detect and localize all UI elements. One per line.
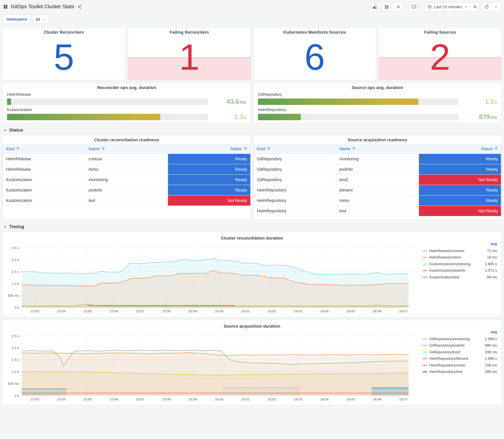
stat-value: 2 (379, 34, 501, 80)
column-header-name[interactable]: Name (85, 144, 168, 154)
legend-series-name[interactable]: HelmRepository/minio (429, 363, 465, 367)
cell-status: Ready (419, 154, 501, 164)
cell-kind: Kustomization (3, 185, 85, 195)
panel-title[interactable]: Cluster reconciliation duration (6, 233, 498, 241)
panel-title[interactable]: Source acquisition duration (6, 321, 498, 329)
table-row: HelmRepositoryminioReady (254, 195, 501, 206)
x-tick-label: 15:57 (136, 397, 144, 401)
status-badge: Not Ready (168, 195, 250, 206)
filter-funnel-icon[interactable] (16, 147, 20, 150)
x-tick-label: 16:02 (268, 397, 276, 401)
x-tick-label: 15:53 (31, 309, 39, 313)
variable-label-namespace: namespace (3, 15, 31, 24)
panel-failing-reconcilers: Failing Reconcilers 1 (128, 27, 251, 80)
zoom-out-button[interactable] (470, 2, 480, 11)
apps-grid-icon[interactable] (3, 4, 8, 9)
legend-row: HelmRepository/test289 ms (423, 368, 497, 375)
section-header-timing[interactable]: Timing (3, 224, 501, 229)
readiness-table: KindNameStatusHelmReleasecontourReadyHel… (3, 144, 250, 206)
add-panel-button[interactable] (370, 2, 380, 11)
time-range-picker[interactable]: Last 15 minutes (425, 2, 470, 11)
cycle-view-monitor-icon (412, 4, 417, 9)
y-tick-label: 1.5 s (12, 358, 19, 361)
legend-series-name[interactable]: Kustomization/test (429, 275, 459, 279)
gauge-value: 43.6ms (212, 98, 246, 105)
panel-title[interactable]: Cluster reconciliation readiness (3, 135, 250, 142)
y-tick-label: 1.5 s (12, 270, 19, 273)
legend-series-avg: 108 ms (485, 363, 497, 367)
filter-funnel-icon[interactable] (244, 147, 247, 150)
legend-series-name[interactable]: GitRepository/test2 (429, 350, 461, 354)
legend-row: Kustomization/test84 ms (423, 274, 497, 280)
filter-funnel-icon[interactable] (352, 147, 356, 150)
table-row: HelmRepositorybitnamiReady (254, 185, 501, 195)
y-tick-label: 500 ms (8, 382, 19, 385)
x-tick-label: 15:59 (188, 309, 197, 313)
legend-series-name[interactable]: HelmRelease/minio (429, 255, 461, 260)
panel-title[interactable]: Source acquisition readiness (254, 135, 501, 142)
settings-gear-icon (396, 4, 400, 9)
y-axis: 0 s500 ms1.0 s1.5 s2.0 s2.5 s (6, 242, 22, 307)
legend-row: HelmRepository/bitnami1.695 s (423, 355, 497, 362)
column-header-kind[interactable]: Kind (3, 144, 85, 154)
refresh-button[interactable] (482, 2, 492, 11)
legend-series-name[interactable]: HelmRepository/bitnami (429, 356, 468, 361)
legend-row: GitRepository/test2338 ms (423, 349, 497, 355)
gauge-value: 879ms (463, 113, 497, 121)
section-label: Status (9, 127, 23, 133)
status-badge: Ready (419, 154, 501, 164)
status-badge: Ready (168, 164, 250, 174)
settings-gear-button[interactable] (393, 2, 403, 11)
save-dashboard-button[interactable] (381, 2, 391, 11)
x-tick-label: 15:59 (188, 397, 197, 401)
filter-funnel-icon[interactable] (494, 147, 498, 150)
column-header-kind[interactable]: Kind (254, 144, 336, 154)
cell-status: Ready (168, 185, 250, 195)
panel-title[interactable]: Source ops avg. duration (258, 83, 497, 90)
legend-series-name[interactable]: GitRepository/podinfo (429, 343, 465, 348)
bar-gauge-track (258, 98, 458, 105)
legend-series-avg: 1.594 s (485, 337, 497, 341)
cycle-view-button[interactable] (409, 2, 419, 11)
legend-series-color-icon (423, 270, 427, 271)
zoom-out-icon (473, 4, 477, 9)
column-header-status[interactable]: Status (419, 144, 501, 154)
plus-icon (375, 5, 377, 6)
legend-series-name[interactable]: Kustomization/monitoring (429, 262, 470, 266)
variable-value-dropdown[interactable]: All (32, 15, 49, 24)
status-badge: Ready (168, 154, 250, 164)
share-icon[interactable] (77, 4, 82, 9)
column-header-status[interactable]: Status (168, 144, 250, 154)
panel-source-ops-duration: Source ops avg. duration GitRepository 1… (253, 83, 502, 123)
legend-series-name[interactable]: Kustomization/podinfo (429, 268, 466, 273)
legend-series-avg: 1.695 s (485, 356, 497, 361)
section-header-status[interactable]: Status (3, 127, 501, 133)
legend-series-name[interactable]: HelmRepository/test (429, 370, 462, 374)
filter-funnel-icon[interactable] (267, 147, 270, 150)
legend-row: HelmRelease/contour71 ms (423, 247, 497, 254)
panel-title[interactable]: Reconciler ops avg. duration (7, 83, 246, 90)
legend-series-name[interactable]: GitRepository/monitoring (429, 337, 470, 341)
table-row: KustomizationmonitoringReady (3, 174, 250, 185)
filter-funnel-icon[interactable] (101, 147, 105, 150)
cell-kind: Kustomization (3, 195, 85, 206)
stat-value: 1 (128, 34, 251, 80)
cell-name: minio (85, 164, 168, 174)
timeseries-plot[interactable] (22, 242, 417, 307)
y-tick-label: 2.0 s (12, 346, 19, 350)
x-tick-label: 15:56 (110, 397, 118, 401)
legend-avg-header[interactable]: avg (423, 242, 497, 247)
timeseries-plot[interactable] (22, 330, 417, 396)
legend-avg-header[interactable]: avg (423, 330, 497, 336)
y-tick-label: 2.5 s (12, 246, 19, 249)
refresh-interval-dropdown[interactable] (491, 2, 501, 11)
column-header-name[interactable]: Name (336, 144, 419, 154)
x-tick-label: 16:02 (268, 309, 276, 313)
legend-series-name[interactable]: HelmRelease/contour (429, 249, 465, 253)
x-tick-label: 15:58 (162, 397, 171, 401)
legend-series-avg: 16 ms (487, 255, 497, 260)
bar-gauge-fill (258, 98, 418, 105)
x-tick-label: 15:54 (57, 309, 65, 313)
legend-series-color-icon (423, 339, 427, 339)
status-badge: Ready (419, 185, 501, 195)
